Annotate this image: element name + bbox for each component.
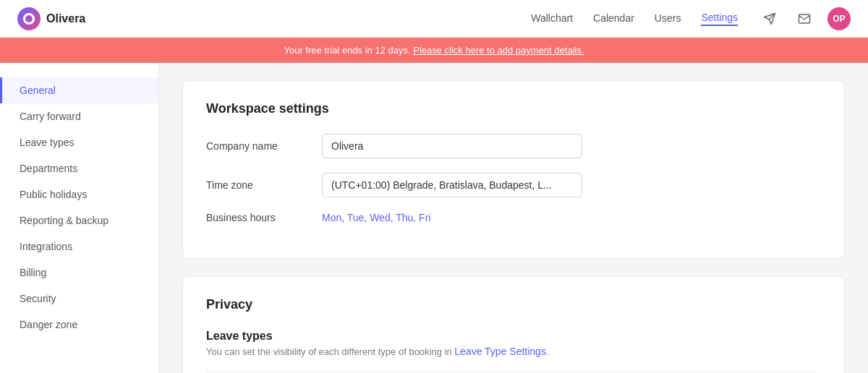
sidebar-item-departments[interactable]: Departments [0, 155, 158, 181]
nav-settings[interactable]: Settings [701, 12, 738, 26]
leave-types-desc-prefix: You can set the visibility of each diffe… [206, 346, 454, 357]
user-avatar[interactable]: OP [827, 7, 851, 30]
time-zone-input[interactable] [322, 173, 582, 197]
main-content: Workspace settings Company name Time zon… [159, 63, 868, 373]
company-name-input[interactable] [322, 134, 582, 158]
sidebar-item-billing[interactable]: Billing [0, 260, 158, 286]
logo-icon [17, 7, 41, 30]
nav-links: Wallchart Calendar Users Settings [531, 12, 738, 26]
mail-icon[interactable] [793, 7, 816, 30]
time-zone-label: Time zone [206, 179, 322, 191]
leave-types-description: You can set the visibility of each diffe… [206, 346, 821, 357]
trial-text: Your free trial ends in 12 days. [284, 45, 413, 56]
sidebar-item-carry-forward[interactable]: Carry forward [0, 103, 158, 129]
company-name-row: Company name [206, 134, 821, 158]
workspace-settings-card: Workspace settings Company name Time zon… [182, 80, 845, 259]
sidebar-item-danger-zone[interactable]: Danger zone [0, 312, 158, 338]
leave-type-settings-link[interactable]: Leave Type Settings [454, 346, 546, 357]
time-zone-row: Time zone [206, 173, 821, 197]
section-divider [206, 372, 821, 372]
leave-types-section: Leave types You can set the visibility o… [206, 330, 821, 357]
top-navigation: Olivera Wallchart Calendar Users Setting… [0, 0, 868, 38]
company-name-label: Company name [206, 140, 322, 152]
sidebar-item-leave-types[interactable]: Leave types [0, 129, 158, 155]
business-hours-row: Business hours Mon, Tue, Wed, Thu, Fri [206, 212, 821, 223]
brand-logo[interactable]: Olivera [17, 7, 85, 30]
sidebar-item-integrations[interactable]: Integrations [0, 233, 158, 260]
privacy-title: Privacy [206, 297, 821, 312]
privacy-card: Privacy Leave types You can set the visi… [182, 276, 845, 373]
workspace-settings-title: Workspace settings [206, 101, 821, 116]
nav-users[interactable]: Users [655, 12, 681, 25]
business-hours-link[interactable]: Mon, Tue, Wed, Thu, Fri [322, 212, 430, 223]
sidebar-item-security[interactable]: Security [0, 286, 158, 312]
leave-types-desc-suffix: . [546, 346, 549, 357]
sidebar-item-public-holidays[interactable]: Public holidays [0, 181, 158, 207]
page-layout: General Carry forward Leave types Depart… [0, 63, 868, 373]
leave-types-heading: Leave types [206, 330, 821, 343]
trial-link[interactable]: Please click here to add payment details… [413, 45, 584, 56]
trial-banner: Your free trial ends in 12 days. Please … [0, 38, 868, 63]
nav-calendar[interactable]: Calendar [593, 12, 634, 25]
brand-name: Olivera [46, 12, 85, 25]
sidebar: General Carry forward Leave types Depart… [0, 63, 159, 373]
sidebar-item-general[interactable]: General [0, 77, 158, 103]
nav-wallchart[interactable]: Wallchart [531, 12, 573, 25]
send-icon[interactable] [758, 7, 781, 30]
business-hours-label: Business hours [206, 212, 322, 223]
nav-icons: OP [758, 7, 851, 30]
sidebar-item-reporting-backup[interactable]: Reporting & backup [0, 207, 158, 233]
